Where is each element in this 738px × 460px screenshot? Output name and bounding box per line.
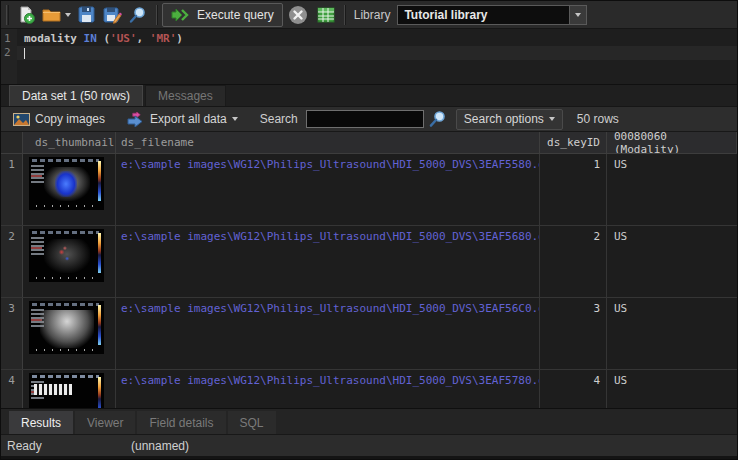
bottom-tabstrip: Results Viewer Field details SQL <box>1 408 737 434</box>
toolbar-grip[interactable] <box>6 5 9 25</box>
code-token: , <box>137 32 150 45</box>
row-number[interactable]: 1 <box>1 154 23 225</box>
save-icon <box>78 6 95 23</box>
export-all-data-button[interactable]: Export all data <box>119 109 246 130</box>
keyid-cell[interactable]: 4 <box>540 370 607 408</box>
thumb-header-text <box>32 231 99 234</box>
copy-images-button[interactable]: Copy images <box>5 109 113 130</box>
grid-body[interactable]: 1 e:\sample images\WG12\Philips_Ultrasou… <box>1 154 737 408</box>
thumbnail-cell[interactable] <box>23 370 116 408</box>
table-row[interactable]: 1 e:\sample images\WG12\Philips_Ultrasou… <box>1 154 737 226</box>
scale-ticks <box>36 277 94 279</box>
grid-corner-cell[interactable] <box>1 132 23 153</box>
new-query-button[interactable] <box>13 3 39 27</box>
line-number-gutter: 1 2 <box>1 29 17 84</box>
copy-images-label: Copy images <box>35 112 105 126</box>
tab-label: Field details <box>149 416 213 430</box>
magnifier-icon <box>129 6 147 24</box>
chevron-down-icon <box>549 117 555 121</box>
image-icon <box>13 113 30 126</box>
modality-cell[interactable]: US <box>607 226 737 297</box>
row-count: 50 rows <box>577 112 619 126</box>
search-options-button[interactable]: Search options <box>456 109 563 130</box>
table-row[interactable]: 4 e:\sample images\WG12\Philips_Ultrasou… <box>1 370 737 408</box>
stop-icon <box>288 5 308 25</box>
stop-query-button[interactable] <box>286 3 310 27</box>
keyid-cell[interactable]: 3 <box>540 298 607 369</box>
text-cursor <box>24 48 25 59</box>
app-window: Execute query Library Tutorial l <box>0 0 738 460</box>
new-file-icon <box>17 6 35 24</box>
search-options-label: Search options <box>464 112 544 126</box>
thumb-header-text <box>32 303 99 306</box>
ultrasound-thumbnail <box>29 301 104 354</box>
save-query-button[interactable] <box>73 3 99 27</box>
search-input[interactable] <box>306 110 424 128</box>
toolbar-separator <box>344 5 345 25</box>
save-as-icon <box>103 6 122 24</box>
tab-messages[interactable]: Messages <box>145 85 226 106</box>
code-line-1[interactable]: modality IN ('US', 'MR') <box>17 32 737 46</box>
doppler-overlay <box>55 171 77 197</box>
execute-query-button[interactable]: Execute query <box>162 3 283 27</box>
column-header-ds-filename[interactable]: ds_filename <box>116 132 540 153</box>
thumbnail-cell[interactable] <box>23 154 116 225</box>
data-grid-view-button[interactable] <box>313 3 339 27</box>
modality-cell[interactable]: US <box>607 154 737 225</box>
library-select[interactable]: Tutorial library <box>397 5 587 25</box>
column-header-modality[interactable]: 00080060 (Modality) <box>607 132 737 153</box>
thumb-annotation-text <box>31 165 44 183</box>
filename-cell[interactable]: e:\sample images\WG12\Philips_Ultrasound… <box>116 154 540 225</box>
row-number[interactable]: 4 <box>1 370 23 408</box>
filename-cell[interactable]: e:\sample images\WG12\Philips_Ultrasound… <box>116 298 540 369</box>
library-label: Library <box>354 8 391 22</box>
thumbnail-cell[interactable] <box>23 298 116 369</box>
table-grid-icon <box>317 7 335 23</box>
code-token-string: 'MR' <box>150 32 177 45</box>
tab-dataset-1[interactable]: Data set 1 (50 rows) <box>9 85 143 106</box>
tab-label: Data set 1 (50 rows) <box>22 89 130 103</box>
open-query-button[interactable] <box>39 3 73 27</box>
doppler-overlay <box>34 384 72 395</box>
row-number[interactable]: 3 <box>1 298 23 369</box>
tab-field-details[interactable]: Field details <box>137 411 225 434</box>
line-number: 2 <box>4 46 17 60</box>
keyid-cell[interactable]: 1 <box>540 154 607 225</box>
column-header-ds-thumbnail[interactable]: ds_thumbnail <box>23 132 116 153</box>
modality-cell[interactable]: US <box>607 370 737 408</box>
scale-ticks <box>36 349 94 351</box>
tab-viewer[interactable]: Viewer <box>75 411 135 434</box>
code-area[interactable]: modality IN ('US', 'MR') <box>17 29 737 84</box>
tab-sql[interactable]: SQL <box>228 411 276 434</box>
tab-results[interactable]: Results <box>9 411 73 434</box>
modality-cell[interactable]: US <box>607 298 737 369</box>
chevron-down-icon <box>232 117 238 121</box>
ultrasound-thumbnail <box>29 373 104 408</box>
filename-cell[interactable]: e:\sample images\WG12\Philips_Ultrasound… <box>116 370 540 408</box>
export-arrow-icon <box>127 112 145 127</box>
tab-label: SQL <box>240 416 264 430</box>
table-row[interactable]: 2 e:\sample images\WG12\Philips_Ultrasou… <box>1 226 737 298</box>
code-line-2[interactable] <box>17 46 737 60</box>
ultrasound-thumbnail <box>29 229 104 282</box>
open-dropdown-caret-icon[interactable] <box>65 13 71 17</box>
table-row[interactable]: 3 e:\sample images\WG12\Philips_Ultrasou… <box>1 298 737 370</box>
code-token: ) <box>176 32 183 45</box>
column-header-ds-keyid[interactable]: ds_keyID <box>540 132 607 153</box>
ultrasound-thumbnail <box>29 157 104 210</box>
scale-ticks <box>36 205 94 207</box>
tab-label: Results <box>21 416 61 430</box>
run-search-button[interactable] <box>424 109 452 130</box>
find-button[interactable] <box>125 3 151 27</box>
keyid-cell[interactable]: 2 <box>540 226 607 297</box>
ultrasound-tissue <box>40 310 94 348</box>
grid-header-row: ds_thumbnail ds_filename ds_keyID 000800… <box>1 132 737 154</box>
library-dropdown-button[interactable] <box>569 6 586 24</box>
save-as-button[interactable] <box>99 3 125 27</box>
execute-query-label: Execute query <box>197 8 274 22</box>
row-number[interactable]: 2 <box>1 226 23 297</box>
query-editor[interactable]: 1 2 modality IN ('US', 'MR') <box>1 29 737 85</box>
filename-cell[interactable]: e:\sample images\WG12\Philips_Ultrasound… <box>116 226 540 297</box>
thumbnail-cell[interactable] <box>23 226 116 297</box>
thumb-header-text <box>32 375 99 378</box>
